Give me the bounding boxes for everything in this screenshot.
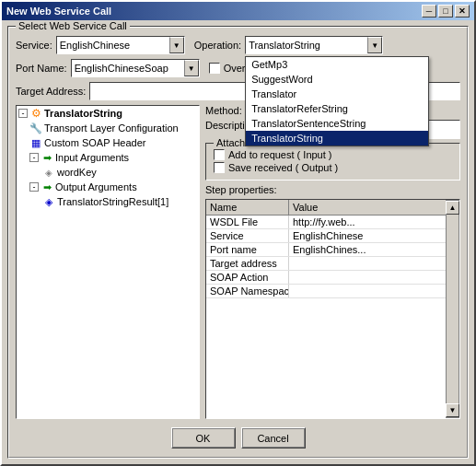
operation-label: Operation:	[194, 40, 241, 51]
step-properties-label: Step properties:	[205, 184, 460, 195]
expand-translatorstring[interactable]: -	[18, 109, 28, 118]
minimize-button[interactable]: ─	[422, 5, 436, 17]
dropdown-item-sentencestring[interactable]: TranslatorSentenceString	[246, 116, 428, 131]
window-title: New Web Service Call	[6, 6, 111, 17]
prop-name-0: WSDL File	[206, 216, 289, 228]
tree-panel: - ⚙ TranslatorString 🔧 Transport Layer C…	[16, 105, 200, 419]
operation-dropdown-arrow[interactable]: ▼	[367, 37, 382, 53]
col-name-header: Name	[206, 200, 289, 215]
properties-table-wrapper: Name Value WSDL File http://fy.web... Se…	[205, 199, 460, 419]
component-icon: ⚙	[29, 107, 42, 120]
target-label: Target Address:	[16, 86, 86, 97]
prop-value-5	[289, 285, 446, 297]
close-button[interactable]: ✕	[455, 5, 470, 17]
maximize-button[interactable]: □	[438, 5, 453, 17]
tree-label-output: Output Arguments	[55, 181, 137, 192]
right-panel: Method: TranslatorString Description: &l…	[205, 105, 460, 419]
tree-item-soap-header[interactable]: ▦ Custom SOAP Header	[17, 135, 199, 150]
tree-item-input-args[interactable]: - ➡ Input Arguments	[17, 150, 199, 165]
service-select[interactable]: EnglishChinese ▼	[56, 36, 185, 54]
expand-output[interactable]: -	[29, 182, 39, 192]
table-row: SOAP Action	[206, 271, 446, 285]
prop-name-4: SOAP Action	[206, 271, 289, 284]
tree-label-translatorstring: TranslatorString	[44, 108, 122, 119]
tree-label-soap: Custom SOAP Header	[44, 137, 145, 148]
port-dropdown-arrow[interactable]: ▼	[184, 60, 199, 76]
save-output-checkbox[interactable]	[214, 162, 225, 173]
attachments-group: Attachments: Add to request ( Input ) Sa…	[205, 143, 460, 181]
title-bar-buttons: ─ □ ✕	[422, 5, 470, 17]
tree-label-result: TranslatorStringResult[1]	[57, 196, 168, 207]
bottom-buttons: OK Cancel	[16, 424, 460, 450]
tree-label-transport: Transport Layer Configuration	[44, 122, 179, 134]
tree-item-result[interactable]: ◈ TranslatorStringResult[1]	[17, 194, 199, 209]
tree-label-wordkey: wordKey	[57, 167, 97, 178]
save-output-label: Save received ( Output )	[228, 162, 338, 173]
method-label: Method:	[205, 105, 242, 116]
port-value: EnglishChineseSoap	[72, 62, 184, 75]
add-input-row: Add to request ( Input )	[214, 149, 452, 160]
dropdown-item-referstring[interactable]: TranslatorReferString	[246, 101, 428, 116]
dropdown-item-suggestword[interactable]: SuggestWord	[246, 72, 428, 87]
table-row: Target address	[206, 257, 446, 271]
transport-icon: 🔧	[29, 122, 42, 134]
table-scrollbar[interactable]: ▲ ▼	[446, 200, 459, 418]
prop-name-5: SOAP Namespace	[206, 285, 289, 297]
prop-value-1: EnglishChinese	[289, 229, 446, 242]
group-label: Select Web Service Call	[16, 20, 130, 31]
service-label: Service:	[16, 40, 52, 51]
dropdown-item-translatorstring[interactable]: TranslatorString	[246, 131, 428, 146]
port-select[interactable]: EnglishChineseSoap ▼	[71, 59, 200, 77]
tree-item-wordkey[interactable]: ◈ wordKey	[17, 165, 199, 180]
port-label: Port Name:	[16, 63, 67, 74]
prop-value-0: http://fy.web...	[289, 216, 446, 228]
output-arrow-icon: ➡	[41, 181, 53, 193]
soap-icon: ▦	[29, 136, 42, 149]
table-row: Service EnglishChinese	[206, 229, 446, 243]
table-header: Name Value	[206, 200, 446, 216]
override-checkbox[interactable]	[209, 63, 220, 74]
save-output-row: Save received ( Output )	[214, 162, 452, 173]
service-dropdown-arrow[interactable]: ▼	[169, 37, 184, 53]
table-row: WSDL File http://fy.web...	[206, 216, 446, 229]
add-input-checkbox[interactable]	[214, 149, 225, 160]
main-window: New Web Service Call ─ □ ✕ Select Web Se…	[0, 0, 476, 466]
operation-select[interactable]: TranslatorString ▼	[245, 36, 383, 54]
scroll-up-arrow[interactable]: ▲	[446, 201, 459, 215]
title-bar: New Web Service Call ─ □ ✕	[2, 2, 474, 20]
col-value-header: Value	[289, 200, 446, 215]
tree-item-transport[interactable]: 🔧 Transport Layer Configuration	[17, 121, 199, 135]
main-area: - ⚙ TranslatorString 🔧 Transport Layer C…	[16, 105, 460, 419]
select-webservice-group: Select Web Service Call Service: English…	[7, 26, 469, 459]
scroll-down-arrow[interactable]: ▼	[446, 403, 459, 417]
table-row: Port name EnglishChines...	[206, 243, 446, 257]
cancel-button[interactable]: Cancel	[241, 427, 306, 449]
tree-item-translatorstring[interactable]: - ⚙ TranslatorString	[17, 106, 199, 121]
prop-value-3	[289, 257, 446, 270]
dropdown-item-getmp3[interactable]: GetMp3	[246, 57, 428, 72]
wordkey-icon: ◈	[42, 166, 55, 179]
add-input-label: Add to request ( Input )	[228, 149, 332, 160]
expand-input[interactable]: -	[29, 153, 39, 162]
prop-name-3: Target address	[206, 257, 289, 270]
result-icon: ◈	[42, 195, 55, 208]
properties-table-scroll: Name Value WSDL File http://fy.web... Se…	[206, 200, 446, 418]
service-row: Service: EnglishChinese ▼ Operation: Tra…	[16, 36, 460, 54]
prop-name-2: Port name	[206, 243, 289, 256]
prop-value-2: EnglishChines...	[289, 243, 446, 256]
window-content: Select Web Service Call Service: English…	[2, 20, 474, 464]
ok-button[interactable]: OK	[171, 427, 236, 449]
input-arrow-icon: ➡	[41, 151, 53, 164]
operation-container: TranslatorString ▼ GetMp3 SuggestWord Tr…	[245, 36, 460, 54]
service-value: EnglishChinese	[57, 39, 169, 52]
tree-item-output-args[interactable]: - ➡ Output Arguments	[17, 180, 199, 194]
dropdown-item-translator[interactable]: Translator	[246, 87, 428, 101]
prop-value-4	[289, 271, 446, 284]
operation-value: TranslatorString	[246, 39, 367, 52]
table-row: SOAP Namespace	[206, 285, 446, 298]
tree-label-input: Input Arguments	[55, 152, 129, 163]
prop-name-1: Service	[206, 229, 289, 242]
operation-dropdown-list: GetMp3 SuggestWord Translator Translator…	[245, 56, 429, 146]
